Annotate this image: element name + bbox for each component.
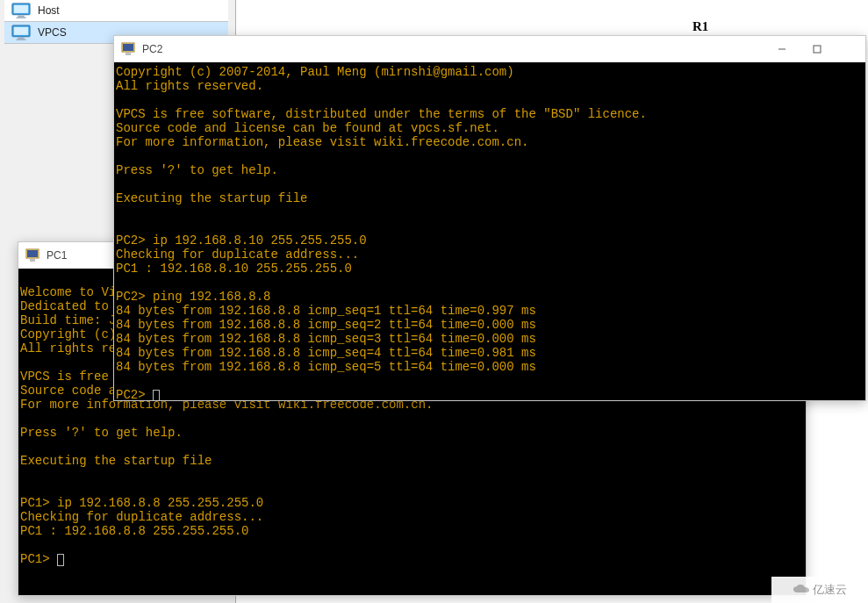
svg-rect-12 xyxy=(123,44,133,51)
sidebar-item-host[interactable]: Host xyxy=(4,0,228,22)
svg-rect-10 xyxy=(30,259,35,262)
svg-rect-6 xyxy=(18,38,24,39)
sidebar-item-label: VPCS xyxy=(38,26,67,39)
window-title: PC2 xyxy=(142,43,162,55)
maximize-button[interactable] xyxy=(807,39,827,59)
terminal-window-pc2[interactable]: PC2 Copyright (c) 2007-2014, Paul Meng (… xyxy=(113,35,866,401)
putty-icon xyxy=(25,248,39,262)
svg-rect-13 xyxy=(126,53,131,55)
svg-rect-9 xyxy=(27,250,38,257)
svg-rect-1 xyxy=(14,5,28,13)
putty-icon xyxy=(121,42,135,56)
window-title: PC1 xyxy=(47,249,67,262)
titlebar[interactable]: PC2 xyxy=(114,36,865,62)
svg-rect-3 xyxy=(16,17,25,18)
svg-rect-7 xyxy=(16,39,25,39)
window-controls xyxy=(772,36,862,62)
cursor xyxy=(153,390,160,400)
monitor-icon xyxy=(11,25,31,40)
minimize-button[interactable] xyxy=(772,39,792,59)
device-label-r1: R1 xyxy=(692,19,708,34)
monitor-icon xyxy=(11,3,31,18)
watermark: 亿速云 xyxy=(771,577,868,603)
terminal-output[interactable]: Copyright (c) 2007-2014, Paul Meng (mirn… xyxy=(114,62,865,400)
svg-rect-5 xyxy=(14,27,28,35)
sidebar-item-label: Host xyxy=(38,4,60,17)
svg-rect-15 xyxy=(814,46,821,53)
svg-rect-2 xyxy=(18,16,24,18)
cursor xyxy=(57,554,64,566)
